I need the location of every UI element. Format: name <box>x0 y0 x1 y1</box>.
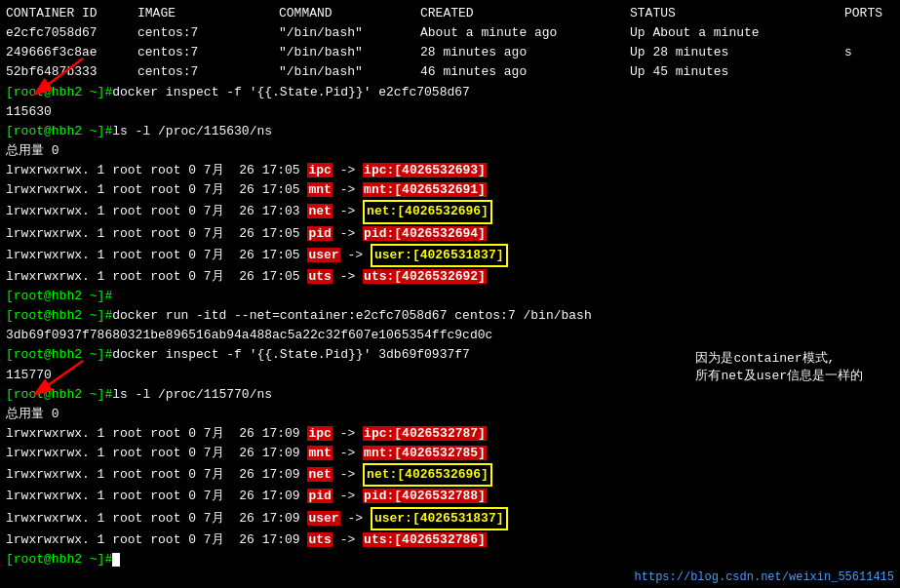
table-row: 249666f3c8aecentos:7"/bin/bash"28 minute… <box>6 43 894 62</box>
ns2-line-mnt: lrwxrwxrwx. 1 root root 0 7月 26 17:09 mn… <box>6 444 894 463</box>
ns2-line-user: lrwxrwxrwx. 1 root root 0 7月 26 17:09 us… <box>6 507 894 530</box>
note-line1: 因为是container模式, <box>695 349 863 367</box>
ns-line-user: lrwxrwxrwx. 1 root root 0 7月 26 17:05 us… <box>6 244 894 267</box>
watermark: https://blog.csdn.net/weixin_55611415 <box>635 570 894 584</box>
table-header: CONTAINER IDIMAGECOMMANDCREATEDSTATUSPOR… <box>6 4 894 23</box>
output-line: 总用量 0 <box>6 141 894 161</box>
table-row: 52bf6487b333centos:7"/bin/bash"46 minute… <box>6 62 894 82</box>
note-line2: 所有net及user信息是一样的 <box>695 367 863 384</box>
ns-line-uts: lrwxrwxrwx. 1 root root 0 7月 26 17:05 ut… <box>6 267 894 287</box>
ns2-line-uts: lrwxrwxrwx. 1 root root 0 7月 26 17:09 ut… <box>6 530 894 550</box>
ns-line-net: lrwxrwxrwx. 1 root root 0 7月 26 17:03 ne… <box>6 200 894 223</box>
output-line: 3db69f0937f78680321be896516ab94a488ac5a2… <box>6 326 894 345</box>
final-prompt: [root@hbh2 ~]# <box>6 550 894 569</box>
output-line: 总用量 0 <box>6 405 894 424</box>
command-line: [root@hbh2 ~]#ls -l /proc/115770/ns <box>6 385 894 405</box>
cursor <box>112 553 120 567</box>
output-line: 115630 <box>6 102 894 122</box>
ns-line-mnt: lrwxrwxrwx. 1 root root 0 7月 26 17:05 mn… <box>6 180 894 200</box>
ns-line-ipc: lrwxrwxrwx. 1 root root 0 7月 26 17:05 ip… <box>6 161 894 180</box>
ns2-line-net: lrwxrwxrwx. 1 root root 0 7月 26 17:09 ne… <box>6 463 894 487</box>
command-line: [root@hbh2 ~]#docker inspect -f '{{.Stat… <box>6 83 894 102</box>
terminal: CONTAINER IDIMAGECOMMANDCREATEDSTATUSPOR… <box>0 0 900 573</box>
empty-prompt: [root@hbh2 ~]# <box>6 287 894 306</box>
command-line: [root@hbh2 ~]#ls -l /proc/115630/ns <box>6 122 894 141</box>
command-line: [root@hbh2 ~]#docker run -itd --net=cont… <box>6 306 894 326</box>
table-row: e2cfc7058d67centos:7"/bin/bash"About a m… <box>6 23 894 43</box>
ns-line-pid: lrwxrwxrwx. 1 root root 0 7月 26 17:05 pi… <box>6 224 894 244</box>
annotation-note: 因为是container模式, 所有net及user信息是一样的 <box>695 349 863 384</box>
ns2-line-pid: lrwxrwxrwx. 1 root root 0 7月 26 17:09 pi… <box>6 487 894 506</box>
ns2-line-ipc: lrwxrwxrwx. 1 root root 0 7月 26 17:09 ip… <box>6 424 894 444</box>
